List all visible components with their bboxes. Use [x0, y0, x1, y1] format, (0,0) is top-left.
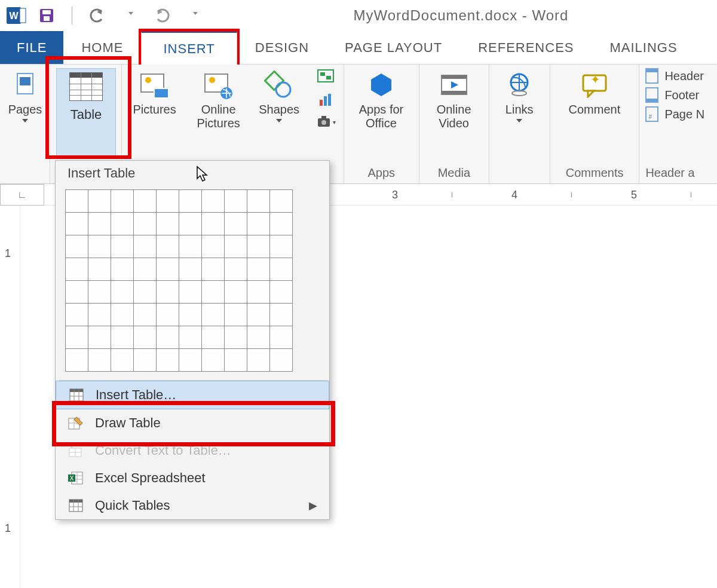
tab-mailings[interactable]: MAILINGS — [592, 31, 695, 64]
grid-cell[interactable] — [270, 304, 293, 326]
grid-cell[interactable] — [225, 349, 247, 372]
tab-insert[interactable]: INSERT — [141, 32, 237, 65]
grid-cell[interactable] — [202, 349, 225, 372]
grid-cell[interactable] — [134, 235, 157, 258]
undo-button[interactable] — [87, 5, 108, 26]
undo-dropdown[interactable] — [119, 5, 140, 26]
grid-cell[interactable] — [179, 258, 202, 281]
grid-cell[interactable] — [88, 213, 111, 235]
grid-cell[interactable] — [202, 281, 225, 304]
grid-cell[interactable] — [247, 235, 270, 258]
grid-cell[interactable] — [88, 190, 111, 213]
grid-cell[interactable] — [111, 258, 134, 281]
grid-cell[interactable] — [270, 349, 293, 372]
grid-cell[interactable] — [247, 258, 270, 281]
page-number-button[interactable]: #Page N — [645, 106, 711, 122]
redo-button[interactable] — [151, 5, 173, 26]
grid-cell[interactable] — [134, 349, 157, 372]
apps-for-office-button[interactable]: Apps for Office — [350, 68, 412, 130]
grid-cell[interactable] — [66, 213, 88, 235]
grid-cell[interactable] — [179, 281, 202, 304]
grid-cell[interactable] — [270, 326, 293, 349]
header-button[interactable]: Header — [645, 68, 711, 84]
table-button[interactable]: Table — [56, 68, 116, 157]
grid-cell[interactable] — [134, 190, 157, 213]
grid-cell[interactable] — [202, 235, 225, 258]
grid-cell[interactable] — [179, 235, 202, 258]
grid-cell[interactable] — [134, 213, 157, 235]
grid-cell[interactable] — [225, 326, 247, 349]
grid-cell[interactable] — [202, 190, 225, 213]
tab-page-layout[interactable]: PAGE LAYOUT — [327, 31, 460, 64]
chart-button[interactable] — [315, 91, 336, 108]
comment-button[interactable]: ✦ Comment — [556, 68, 633, 117]
grid-cell[interactable] — [134, 326, 157, 349]
grid-cell[interactable] — [179, 326, 202, 349]
grid-cell[interactable] — [247, 304, 270, 326]
grid-cell[interactable] — [202, 326, 225, 349]
menu-excel-spreadsheet[interactable]: X Excel Spreadsheet — [56, 464, 329, 492]
table-size-grid[interactable] — [56, 185, 329, 380]
grid-cell[interactable] — [157, 304, 179, 326]
grid-cell[interactable] — [66, 304, 88, 326]
grid-cell[interactable] — [66, 258, 88, 281]
grid-cell[interactable] — [88, 281, 111, 304]
tab-references[interactable]: REFERENCES — [460, 31, 592, 64]
grid-cell[interactable] — [247, 349, 270, 372]
grid-cell[interactable] — [247, 190, 270, 213]
grid-cell[interactable] — [157, 281, 179, 304]
grid-cell[interactable] — [66, 349, 88, 372]
grid-cell[interactable] — [202, 213, 225, 235]
grid-cell[interactable] — [157, 213, 179, 235]
grid-cell[interactable] — [66, 235, 88, 258]
grid-cell[interactable] — [134, 258, 157, 281]
grid-cell[interactable] — [88, 235, 111, 258]
grid-cell[interactable] — [111, 281, 134, 304]
grid-cell[interactable] — [247, 326, 270, 349]
grid-cell[interactable] — [111, 235, 134, 258]
links-button[interactable]: Links — [495, 68, 543, 122]
grid-cell[interactable] — [111, 304, 134, 326]
grid-cell[interactable] — [225, 258, 247, 281]
grid-cell[interactable] — [88, 258, 111, 281]
qat-customize[interactable] — [183, 5, 205, 26]
grid-cell[interactable] — [88, 304, 111, 326]
grid-cell[interactable] — [179, 304, 202, 326]
grid-cell[interactable] — [225, 213, 247, 235]
grid-cell[interactable] — [111, 326, 134, 349]
grid-cell[interactable] — [66, 281, 88, 304]
grid-cell[interactable] — [157, 258, 179, 281]
menu-insert-table[interactable]: Insert Table… — [56, 381, 329, 409]
smartart-button[interactable] — [315, 68, 336, 85]
grid-cell[interactable] — [225, 304, 247, 326]
grid-cell[interactable] — [88, 326, 111, 349]
online-video-button[interactable]: Online Video — [425, 68, 483, 130]
grid-cell[interactable] — [270, 213, 293, 235]
pictures-button[interactable]: Pictures — [128, 68, 181, 117]
grid-cell[interactable] — [202, 304, 225, 326]
online-pictures-button[interactable]: Online Pictures — [192, 68, 245, 130]
grid-cell[interactable] — [225, 281, 247, 304]
grid-cell[interactable] — [111, 349, 134, 372]
menu-quick-tables[interactable]: Quick Tables ▶ — [56, 492, 329, 519]
tab-home[interactable]: HOME — [63, 31, 141, 64]
grid-cell[interactable] — [225, 235, 247, 258]
save-button[interactable] — [36, 5, 57, 26]
grid-cell[interactable] — [111, 213, 134, 235]
grid-cell[interactable] — [66, 190, 88, 213]
grid-cell[interactable] — [179, 349, 202, 372]
grid-cell[interactable] — [111, 190, 134, 213]
grid-cell[interactable] — [270, 281, 293, 304]
grid-cell[interactable] — [179, 213, 202, 235]
grid-cell[interactable] — [66, 326, 88, 349]
tab-file[interactable]: FILE — [0, 31, 63, 64]
grid-cell[interactable] — [247, 213, 270, 235]
grid-cell[interactable] — [270, 258, 293, 281]
grid-cell[interactable] — [88, 349, 111, 372]
grid-cell[interactable] — [202, 258, 225, 281]
footer-button[interactable]: Footer — [645, 87, 711, 103]
grid-cell[interactable] — [247, 281, 270, 304]
grid-cell[interactable] — [134, 304, 157, 326]
screenshot-button[interactable]: ▾ — [315, 114, 336, 130]
tab-selector[interactable]: ∟ — [0, 184, 44, 206]
